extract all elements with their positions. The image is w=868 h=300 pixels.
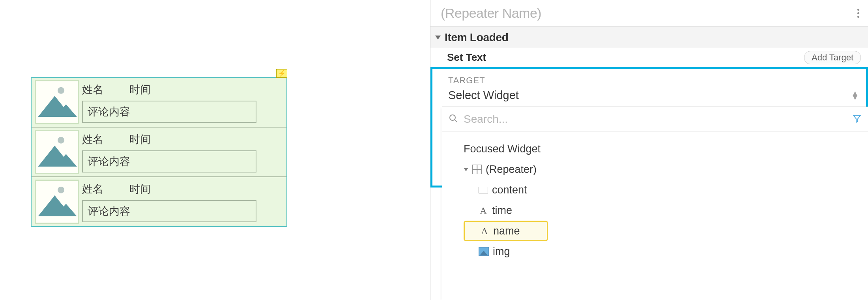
tree-group-focused[interactable]: Focused Widget: [442, 139, 868, 159]
image-icon: [36, 181, 78, 223]
repeater-icon: [472, 165, 482, 174]
filter-icon[interactable]: [852, 114, 862, 125]
row-body: 姓名 时间 评论内容: [82, 80, 283, 123]
widget-picker-dropdown: Focused Widget (Repeater) content A time…: [442, 107, 868, 300]
content-text: 评论内容: [88, 106, 130, 118]
interaction-badge[interactable]: ⚡: [276, 69, 287, 78]
image-placeholder[interactable]: [35, 180, 79, 224]
time-label[interactable]: 时间: [129, 182, 151, 196]
tree-item-repeater[interactable]: (Repeater): [442, 159, 868, 180]
add-target-label: Add Target: [812, 52, 853, 62]
image-icon: [36, 81, 78, 123]
content-text: 评论内容: [88, 205, 130, 217]
row-body: 姓名 时间 评论内容: [82, 130, 283, 172]
time-label[interactable]: 时间: [129, 132, 151, 146]
content-box[interactable]: 评论内容: [82, 150, 256, 172]
chevron-down-icon: [464, 168, 468, 171]
content-box[interactable]: 评论内容: [82, 101, 256, 123]
tree-label: time: [492, 204, 512, 217]
repeater-row[interactable]: 姓名 时间 评论内容: [32, 177, 286, 226]
tree-label: (Repeater): [486, 163, 537, 176]
name-label[interactable]: 姓名: [82, 182, 103, 196]
search-icon: [449, 114, 458, 125]
more-menu-button[interactable]: [856, 7, 861, 19]
row-body: 姓名 时间 评论内容: [82, 180, 283, 222]
svg-point-9: [58, 187, 64, 193]
content-box[interactable]: 评论内容: [82, 200, 256, 222]
svg-point-5: [58, 137, 64, 144]
tree-item-content[interactable]: content: [442, 180, 868, 200]
search-row: [442, 107, 868, 131]
chevron-down-icon: [435, 36, 441, 39]
content-text: 评论内容: [88, 156, 130, 167]
time-label[interactable]: 时间: [129, 82, 151, 97]
name-label[interactable]: 姓名: [82, 132, 103, 146]
event-name: Item Loaded: [445, 31, 509, 44]
rectangle-icon: [479, 187, 488, 193]
lightning-icon: ⚡: [278, 70, 286, 77]
svg-point-12: [450, 115, 455, 120]
event-section-header[interactable]: Item Loaded: [430, 27, 868, 48]
tree-label: img: [493, 246, 510, 258]
stepper-icon[interactable]: ▲▼: [851, 91, 859, 99]
widget-name-input[interactable]: (Repeater Name): [441, 6, 541, 21]
svg-line-13: [455, 120, 457, 122]
tree-label: content: [492, 184, 527, 196]
text-icon: A: [480, 226, 489, 236]
image-icon: [36, 131, 78, 173]
focused-widget-label: Focused Widget: [464, 143, 541, 155]
target-heading: TARGET: [432, 69, 866, 87]
tree-item-time[interactable]: A time: [442, 200, 868, 221]
repeater-row[interactable]: 姓名 时间 评论内容: [32, 78, 286, 128]
tree-item-name[interactable]: A name: [464, 221, 548, 241]
tree-item-img[interactable]: img: [442, 241, 868, 262]
image-placeholder[interactable]: [35, 130, 79, 174]
repeater-widget[interactable]: ⚡ 姓名 时间 评论内容: [31, 77, 287, 227]
svg-point-1: [58, 87, 64, 94]
image-placeholder[interactable]: [35, 80, 79, 124]
action-row[interactable]: Set Text Add Target: [430, 48, 868, 67]
svg-marker-14: [853, 115, 861, 122]
widget-tree: Focused Widget (Repeater) content A time…: [442, 131, 868, 262]
add-target-button[interactable]: Add Target: [804, 51, 861, 64]
tree-label: name: [493, 225, 520, 237]
image-icon: [479, 247, 489, 256]
repeater-row[interactable]: 姓名 时间 评论内容: [32, 128, 286, 177]
action-name: Set Text: [447, 51, 486, 64]
search-input[interactable]: [464, 113, 847, 126]
name-label[interactable]: 姓名: [82, 82, 103, 97]
select-widget-dropdown[interactable]: Select Widget: [432, 87, 866, 107]
canvas: ⚡ 姓名 时间 评论内容: [31, 77, 287, 227]
panel-header: (Repeater Name): [430, 0, 868, 27]
text-icon: A: [479, 205, 488, 216]
